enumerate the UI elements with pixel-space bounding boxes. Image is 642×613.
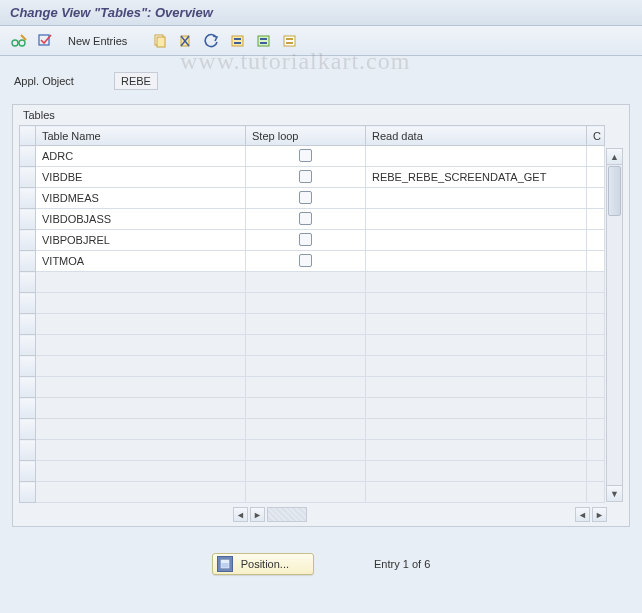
- cell-read-data[interactable]: [366, 335, 587, 356]
- cell-table-name[interactable]: [36, 335, 246, 356]
- cell-step-loop[interactable]: [246, 272, 366, 293]
- cell-c[interactable]: [587, 398, 605, 419]
- row-handle[interactable]: [20, 356, 36, 377]
- cell-step-loop[interactable]: [246, 419, 366, 440]
- checkbox-icon[interactable]: [299, 212, 312, 225]
- cell-step-loop[interactable]: [246, 398, 366, 419]
- copy-as-button[interactable]: [149, 30, 171, 52]
- table-row-empty[interactable]: [20, 419, 605, 440]
- row-handle[interactable]: [20, 272, 36, 293]
- vertical-scrollbar[interactable]: ▲ ▼: [606, 148, 623, 502]
- cell-table-name[interactable]: VIBPOBJREL: [36, 230, 246, 251]
- cell-step-loop[interactable]: [246, 209, 366, 230]
- cell-read-data[interactable]: [366, 419, 587, 440]
- cell-read-data[interactable]: [366, 293, 587, 314]
- row-handle[interactable]: [20, 146, 36, 167]
- cell-c[interactable]: [587, 356, 605, 377]
- cell-read-data[interactable]: [366, 188, 587, 209]
- cell-c[interactable]: [587, 482, 605, 503]
- cell-c[interactable]: [587, 230, 605, 251]
- table-row-empty[interactable]: [20, 377, 605, 398]
- table-row-empty[interactable]: [20, 398, 605, 419]
- table-row-empty[interactable]: [20, 335, 605, 356]
- cell-c[interactable]: [587, 251, 605, 272]
- cell-c[interactable]: [587, 377, 605, 398]
- cell-read-data[interactable]: [366, 356, 587, 377]
- change-display-toggle-button[interactable]: [8, 30, 30, 52]
- col-header-name[interactable]: Table Name: [36, 126, 246, 146]
- checkbox-icon[interactable]: [299, 254, 312, 267]
- cell-step-loop[interactable]: [246, 377, 366, 398]
- cell-read-data[interactable]: [366, 482, 587, 503]
- row-handle[interactable]: [20, 461, 36, 482]
- row-handle[interactable]: [20, 398, 36, 419]
- cell-read-data[interactable]: [366, 440, 587, 461]
- table-row-empty[interactable]: [20, 293, 605, 314]
- table-row-empty[interactable]: [20, 314, 605, 335]
- cell-step-loop[interactable]: [246, 482, 366, 503]
- cell-c[interactable]: [587, 293, 605, 314]
- cell-read-data[interactable]: [366, 230, 587, 251]
- deselect-all-button[interactable]: [279, 30, 301, 52]
- table-row-empty[interactable]: [20, 272, 605, 293]
- scroll-thumb[interactable]: [608, 166, 621, 216]
- col-header-c[interactable]: C: [587, 126, 605, 146]
- table-row[interactable]: VIBDBEREBE_REBE_SCREENDATA_GET: [20, 167, 605, 188]
- cell-step-loop[interactable]: [246, 230, 366, 251]
- cell-table-name[interactable]: [36, 293, 246, 314]
- checkbox-icon[interactable]: [299, 149, 312, 162]
- cell-table-name[interactable]: VITMOA: [36, 251, 246, 272]
- table-row[interactable]: VIBDOBJASS: [20, 209, 605, 230]
- table-row[interactable]: VIBDMEAS: [20, 188, 605, 209]
- delete-button[interactable]: [175, 30, 197, 52]
- cell-c[interactable]: [587, 440, 605, 461]
- cell-table-name[interactable]: [36, 398, 246, 419]
- checkbox-icon[interactable]: [299, 233, 312, 246]
- cell-table-name[interactable]: [36, 377, 246, 398]
- cell-c[interactable]: [587, 146, 605, 167]
- cell-read-data[interactable]: REBE_REBE_SCREENDATA_GET: [366, 167, 587, 188]
- row-handle[interactable]: [20, 482, 36, 503]
- hscroll-track-group1[interactable]: [267, 507, 307, 522]
- row-handle[interactable]: [20, 335, 36, 356]
- hscroll-right-group1[interactable]: ►: [250, 507, 265, 522]
- find-button[interactable]: [34, 30, 56, 52]
- scroll-up-arrow-icon[interactable]: ▲: [607, 149, 622, 165]
- hscroll-left-group1[interactable]: ◄: [233, 507, 248, 522]
- checkbox-icon[interactable]: [299, 170, 312, 183]
- cell-table-name[interactable]: [36, 314, 246, 335]
- cell-step-loop[interactable]: [246, 188, 366, 209]
- cell-c[interactable]: [587, 461, 605, 482]
- cell-step-loop[interactable]: [246, 440, 366, 461]
- cell-c[interactable]: [587, 188, 605, 209]
- col-header-step[interactable]: Step loop: [246, 126, 366, 146]
- cell-step-loop[interactable]: [246, 314, 366, 335]
- cell-table-name[interactable]: [36, 419, 246, 440]
- select-all-button[interactable]: [227, 30, 249, 52]
- cell-c[interactable]: [587, 209, 605, 230]
- scroll-track[interactable]: [607, 165, 622, 485]
- position-button[interactable]: Position...: [212, 553, 314, 575]
- table-row[interactable]: VITMOA: [20, 251, 605, 272]
- table-row-empty[interactable]: [20, 482, 605, 503]
- table-row[interactable]: ADRC: [20, 146, 605, 167]
- table-row-empty[interactable]: [20, 461, 605, 482]
- cell-read-data[interactable]: [366, 251, 587, 272]
- hscroll-left-group2[interactable]: ◄: [575, 507, 590, 522]
- row-handle[interactable]: [20, 167, 36, 188]
- row-handle[interactable]: [20, 419, 36, 440]
- checkbox-icon[interactable]: [299, 191, 312, 204]
- cell-table-name[interactable]: VIBDBE: [36, 167, 246, 188]
- cell-step-loop[interactable]: [246, 335, 366, 356]
- table-row-empty[interactable]: [20, 440, 605, 461]
- row-handle[interactable]: [20, 251, 36, 272]
- cell-step-loop[interactable]: [246, 167, 366, 188]
- cell-table-name[interactable]: [36, 356, 246, 377]
- row-handle[interactable]: [20, 209, 36, 230]
- cell-c[interactable]: [587, 167, 605, 188]
- cell-c[interactable]: [587, 419, 605, 440]
- row-handle-header[interactable]: [20, 126, 36, 146]
- cell-table-name[interactable]: [36, 272, 246, 293]
- cell-table-name[interactable]: VIBDMEAS: [36, 188, 246, 209]
- row-handle[interactable]: [20, 188, 36, 209]
